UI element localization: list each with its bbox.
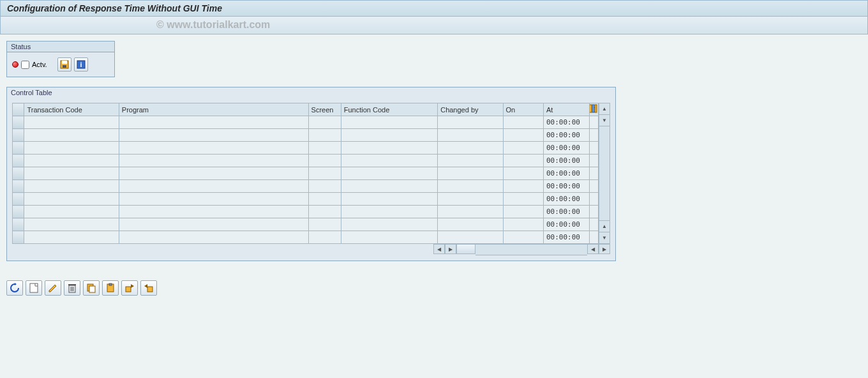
- scroll-right-icon[interactable]: ▶: [445, 244, 456, 254]
- cell-screen[interactable]: [308, 193, 341, 206]
- delete-button[interactable]: [64, 280, 80, 296]
- cell-transaction-code[interactable]: [24, 129, 119, 142]
- row-selector[interactable]: [13, 231, 24, 244]
- cell-program[interactable]: [119, 129, 308, 142]
- cell-on[interactable]: [503, 193, 543, 206]
- cell-screen[interactable]: [308, 129, 341, 142]
- cell-c[interactable]: [589, 218, 598, 231]
- cell-at[interactable]: 00:00:00: [543, 167, 589, 180]
- cell-screen[interactable]: [308, 155, 341, 167]
- cell-at[interactable]: 00:00:00: [543, 206, 589, 218]
- export-button[interactable]: [121, 280, 138, 296]
- row-selector[interactable]: [13, 206, 24, 218]
- cell-changed-by[interactable]: [438, 193, 503, 206]
- scroll-up-icon[interactable]: ▲: [599, 103, 610, 115]
- row-selector[interactable]: [13, 116, 24, 129]
- cell-on[interactable]: [503, 218, 543, 231]
- cell-changed-by[interactable]: [438, 180, 503, 193]
- cell-program[interactable]: [119, 218, 308, 231]
- cell-changed-by[interactable]: [438, 231, 503, 244]
- row-selector[interactable]: [13, 193, 24, 206]
- cell-screen[interactable]: [308, 218, 341, 231]
- cell-program[interactable]: [119, 206, 308, 218]
- cell-function-code[interactable]: [341, 155, 437, 167]
- cell-transaction-code[interactable]: [24, 180, 119, 193]
- cell-transaction-code[interactable]: [24, 167, 119, 180]
- cell-function-code[interactable]: [341, 142, 437, 155]
- row-selector[interactable]: [13, 142, 24, 155]
- cell-changed-by[interactable]: [438, 206, 503, 218]
- vertical-scrollbar[interactable]: ▲ ▼ ▲ ▼: [599, 103, 610, 244]
- cell-c[interactable]: [589, 231, 598, 244]
- cell-function-code[interactable]: [341, 206, 437, 218]
- col-on[interactable]: On: [503, 103, 543, 116]
- col-changed-by[interactable]: Changed by: [438, 103, 503, 116]
- cell-function-code[interactable]: [341, 231, 437, 244]
- row-selector[interactable]: [13, 218, 24, 231]
- cell-c[interactable]: [589, 142, 598, 155]
- cell-at[interactable]: 00:00:00: [543, 129, 589, 142]
- cell-function-code[interactable]: [341, 116, 437, 129]
- cell-c[interactable]: [589, 116, 598, 129]
- table-config-icon[interactable]: [589, 104, 597, 113]
- cell-transaction-code[interactable]: [24, 206, 119, 218]
- cell-changed-by[interactable]: [438, 116, 503, 129]
- cell-screen[interactable]: [308, 116, 341, 129]
- row-selector[interactable]: [13, 155, 24, 167]
- cell-on[interactable]: [503, 167, 543, 180]
- cell-program[interactable]: [119, 193, 308, 206]
- import-button[interactable]: [140, 280, 157, 296]
- cell-program[interactable]: [119, 167, 308, 180]
- row-selector[interactable]: [13, 167, 24, 180]
- row-selector-header[interactable]: [13, 103, 24, 116]
- cell-on[interactable]: [503, 231, 543, 244]
- cell-function-code[interactable]: [341, 193, 437, 206]
- cell-program[interactable]: [119, 180, 308, 193]
- col-c[interactable]: C: [589, 103, 598, 116]
- edit-button[interactable]: [45, 280, 61, 296]
- cell-on[interactable]: [503, 142, 543, 155]
- cell-program[interactable]: [119, 155, 308, 167]
- cell-transaction-code[interactable]: [24, 218, 119, 231]
- cell-at[interactable]: 00:00:00: [543, 180, 589, 193]
- scroll-down-icon[interactable]: ▼: [599, 232, 610, 243]
- cell-on[interactable]: [503, 180, 543, 193]
- cell-changed-by[interactable]: [438, 142, 503, 155]
- cell-c[interactable]: [589, 167, 598, 180]
- actv-checkbox[interactable]: [21, 61, 29, 69]
- refresh-button[interactable]: [6, 280, 23, 296]
- horizontal-scrollbar[interactable]: ◀ ▶ ◀ ▶: [12, 244, 610, 255]
- copy-button[interactable]: [83, 280, 100, 296]
- cell-changed-by[interactable]: [438, 155, 503, 167]
- cell-on[interactable]: [503, 155, 543, 167]
- scroll-right2-icon[interactable]: ▶: [599, 244, 610, 254]
- cell-screen[interactable]: [308, 231, 341, 244]
- scroll-left2-icon[interactable]: ◀: [587, 244, 599, 254]
- cell-at[interactable]: 00:00:00: [543, 231, 589, 244]
- cell-program[interactable]: [119, 231, 308, 244]
- scroll-handle[interactable]: [456, 244, 475, 254]
- cell-screen[interactable]: [308, 167, 341, 180]
- cell-function-code[interactable]: [341, 129, 437, 142]
- cell-changed-by[interactable]: [438, 129, 503, 142]
- cell-changed-by[interactable]: [438, 218, 503, 231]
- cell-transaction-code[interactable]: [24, 231, 119, 244]
- cell-function-code[interactable]: [341, 218, 437, 231]
- cell-function-code[interactable]: [341, 180, 437, 193]
- scroll-pgdn-icon[interactable]: ▲: [599, 220, 610, 232]
- cell-at[interactable]: 00:00:00: [543, 116, 589, 129]
- cell-program[interactable]: [119, 142, 308, 155]
- cell-at[interactable]: 00:00:00: [543, 218, 589, 231]
- row-selector[interactable]: [13, 180, 24, 193]
- col-function-code[interactable]: Function Code: [341, 103, 437, 116]
- cell-c[interactable]: [589, 180, 598, 193]
- col-at[interactable]: At: [543, 103, 589, 116]
- cell-at[interactable]: 00:00:00: [543, 142, 589, 155]
- col-program[interactable]: Program: [119, 103, 308, 116]
- cell-at[interactable]: 00:00:00: [543, 155, 589, 167]
- cell-screen[interactable]: [308, 206, 341, 218]
- scroll-left-icon[interactable]: ◀: [433, 244, 445, 254]
- cell-on[interactable]: [503, 206, 543, 218]
- save-button[interactable]: [57, 57, 71, 72]
- cell-transaction-code[interactable]: [24, 116, 119, 129]
